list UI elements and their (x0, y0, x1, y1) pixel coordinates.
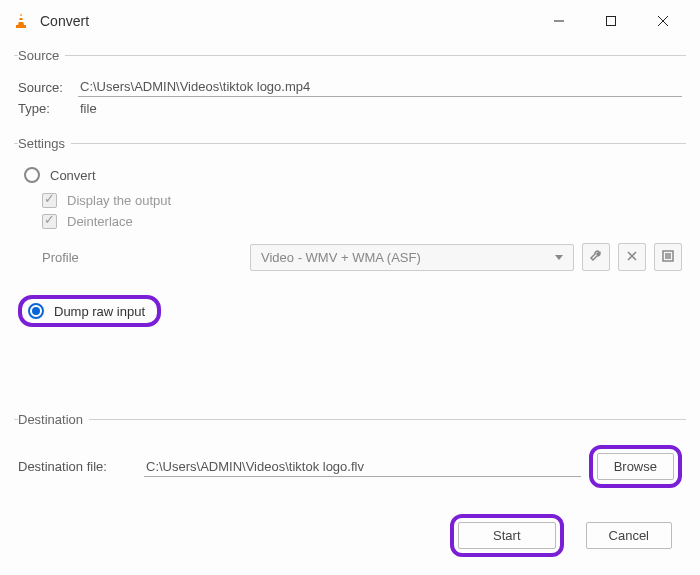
display-output-label: Display the output (67, 193, 171, 208)
destination-group: Destination Destination file: Browse (14, 412, 686, 502)
source-label: Source: (18, 80, 78, 95)
destination-label: Destination file: (18, 459, 136, 474)
display-output-row[interactable]: Display the output (42, 193, 682, 208)
convert-radio-row[interactable]: Convert (24, 167, 682, 183)
deinterlace-row[interactable]: Deinterlace (42, 214, 682, 229)
destination-input[interactable] (144, 457, 581, 477)
browse-button[interactable]: Browse (597, 453, 674, 480)
new-profile-icon (661, 249, 675, 266)
settings-group: Settings Convert Display the output Dein… (14, 136, 686, 406)
close-button[interactable] (646, 7, 680, 35)
content-area: Source Source: Type: file Settings Conve… (0, 42, 700, 575)
destination-legend: Destination (18, 412, 89, 427)
window-title: Convert (40, 13, 542, 29)
convert-radio-label: Convert (50, 168, 96, 183)
source-group: Source Source: Type: file (14, 48, 686, 130)
svg-rect-1 (19, 16, 23, 18)
settings-legend: Settings (18, 136, 71, 151)
maximize-button[interactable] (594, 7, 628, 35)
titlebar: Convert (0, 0, 700, 42)
convert-radio[interactable] (24, 167, 40, 183)
vlc-cone-icon (12, 12, 30, 30)
start-highlight: Start (450, 514, 563, 557)
svg-rect-2 (18, 20, 24, 22)
profile-edit-button[interactable] (582, 243, 610, 271)
x-icon (625, 249, 639, 266)
dump-raw-radio-row[interactable]: Dump raw input (28, 303, 145, 319)
source-input[interactable] (78, 77, 682, 97)
svg-rect-0 (16, 25, 26, 28)
deinterlace-label: Deinterlace (67, 214, 133, 229)
source-legend: Source (18, 48, 65, 63)
profile-label: Profile (42, 250, 242, 265)
cancel-button[interactable]: Cancel (586, 522, 672, 549)
dump-raw-radio[interactable] (28, 303, 44, 319)
dump-raw-highlight: Dump raw input (18, 295, 161, 327)
svg-rect-4 (607, 17, 616, 26)
convert-window: Convert Source Source: Type: file (0, 0, 700, 575)
type-label: Type: (18, 101, 78, 116)
deinterlace-checkbox[interactable] (42, 214, 57, 229)
profile-dropdown[interactable]: Video - WMV + WMA (ASF) (250, 244, 574, 271)
wrench-icon (589, 249, 603, 266)
dialog-footer: Start Cancel (14, 502, 686, 565)
start-button[interactable]: Start (458, 522, 555, 549)
window-controls (542, 7, 700, 35)
profile-new-button[interactable] (654, 243, 682, 271)
profile-delete-button[interactable] (618, 243, 646, 271)
browse-highlight: Browse (589, 445, 682, 488)
minimize-button[interactable] (542, 7, 576, 35)
type-value: file (78, 101, 97, 116)
display-output-checkbox[interactable] (42, 193, 57, 208)
profile-value: Video - WMV + WMA (ASF) (261, 250, 421, 265)
dump-raw-label: Dump raw input (54, 304, 145, 319)
